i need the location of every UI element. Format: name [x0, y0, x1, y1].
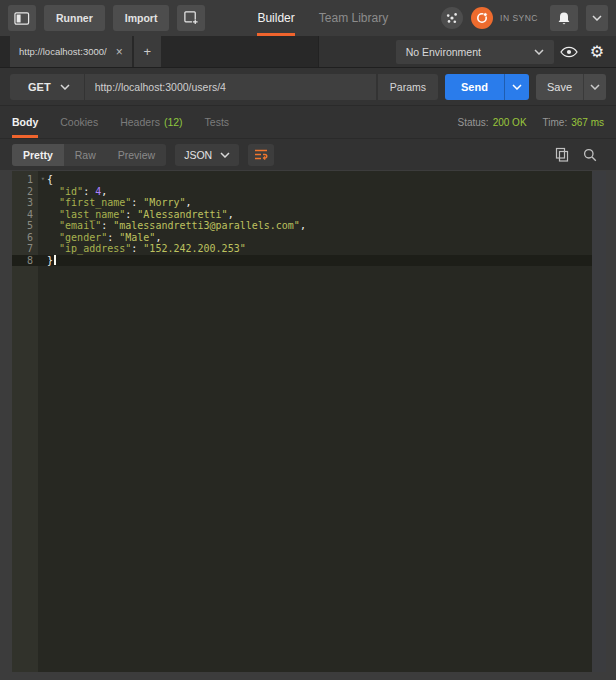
method-select[interactable]: GET: [10, 74, 85, 100]
status-value: 200 OK: [493, 117, 527, 128]
new-window-icon: [183, 10, 199, 26]
token-plain: [47, 232, 59, 243]
params-button[interactable]: Params: [378, 74, 438, 100]
token-plain: [47, 209, 59, 220]
environment-value: No Environment: [406, 46, 481, 58]
token-string: "Alessandretti": [137, 209, 227, 220]
send-options-button[interactable]: [504, 74, 529, 100]
line-number: 7: [12, 243, 38, 255]
url-group: GET Params: [10, 74, 438, 100]
sync-button[interactable]: [471, 7, 493, 29]
tab-tests[interactable]: Tests: [205, 106, 230, 138]
tab-builder[interactable]: Builder: [257, 0, 294, 36]
tab-body[interactable]: Body: [12, 106, 38, 138]
environment-preview-button[interactable]: [554, 40, 584, 64]
token-plain: ,: [186, 197, 192, 208]
token-plain: [47, 243, 59, 254]
token-plain: ,: [300, 220, 306, 231]
tab-cookies[interactable]: Cookies: [60, 106, 98, 138]
request-tab-title: http://localhost:3000/: [19, 46, 107, 57]
request-tab[interactable]: http://localhost:3000/ ×: [10, 36, 132, 67]
main-nav-tabs: Builder Team Library: [257, 0, 412, 36]
runner-button[interactable]: Runner: [44, 5, 105, 31]
code-line: "gender": "Male",: [38, 232, 592, 244]
send-button[interactable]: Send: [445, 74, 504, 100]
token-key: "ip_address": [59, 243, 131, 254]
line-number: 6: [12, 232, 38, 244]
header-bar: Runner Import Builder Team Library: [0, 0, 616, 36]
url-input[interactable]: [85, 74, 376, 100]
editor-code[interactable]: { "id": 4, "first_name": "Morry", "last_…: [38, 171, 592, 672]
token-plain: :: [107, 232, 119, 243]
token-string: "Male": [119, 232, 155, 243]
close-tab-icon[interactable]: ×: [116, 46, 123, 58]
tab-team-library[interactable]: Team Library: [319, 0, 388, 36]
token-string: "malessandretti3@parallels.com": [113, 220, 300, 231]
response-meta-row: Body Cookies Headers (12) Tests Status: …: [0, 105, 616, 138]
code-line: "id": 4,: [38, 186, 592, 198]
postman-app: Runner Import Builder Team Library: [0, 0, 616, 680]
code-line: "first_name": "Morry",: [38, 197, 592, 209]
request-builder-row: GET Params Send Save: [0, 68, 616, 105]
token-string: "Morry": [143, 197, 185, 208]
tab-headers[interactable]: Headers (12): [120, 106, 182, 138]
fold-toggle-icon[interactable]: ▾: [41, 174, 45, 186]
token-key: "first_name": [59, 197, 131, 208]
search-response-button[interactable]: [576, 144, 604, 166]
code-line: "email": "malessandretti3@parallels.com"…: [38, 220, 592, 232]
response-stats: Status: 200 OK Time: 367 ms: [458, 106, 605, 138]
import-button[interactable]: Import: [113, 5, 170, 31]
sync-status: IN SYNC: [500, 13, 538, 23]
save-button[interactable]: Save: [536, 74, 583, 100]
notifications-button[interactable]: [550, 5, 578, 31]
chevron-down-icon: [60, 84, 70, 90]
line-number: 5: [12, 220, 38, 232]
header-menu-button[interactable]: [586, 5, 608, 31]
save-options-button[interactable]: [583, 74, 606, 100]
json-editor[interactable]: 1▾2345678 { "id": 4, "first_name": "Morr…: [12, 171, 592, 672]
view-mode-group: Pretty Raw Preview: [12, 144, 166, 166]
editor-scrollbar[interactable]: [592, 171, 606, 672]
code-line: }: [38, 255, 592, 267]
sync-icon: [474, 10, 490, 26]
token-plain: ,: [101, 186, 107, 197]
send-split-button: Send: [445, 74, 529, 100]
token-plain: [47, 197, 59, 208]
wrap-lines-button[interactable]: [248, 144, 274, 166]
bell-icon: [557, 11, 571, 26]
wrap-lines-icon: [254, 148, 268, 161]
token-key: "id": [59, 186, 83, 197]
method-value: GET: [28, 81, 51, 93]
view-preview-button[interactable]: Preview: [107, 144, 166, 166]
save-split-button: Save: [536, 74, 606, 100]
search-icon: [583, 148, 597, 162]
view-raw-button[interactable]: Raw: [64, 144, 107, 166]
copy-response-button[interactable]: [548, 144, 576, 166]
header-right-controls: IN SYNC: [441, 5, 608, 31]
token-plain: [47, 220, 59, 231]
proxy-button[interactable]: [441, 7, 463, 29]
add-tab-button[interactable]: +: [134, 36, 161, 67]
headers-count-badge: (12): [164, 116, 183, 128]
request-tabs: http://localhost:3000/ × +: [0, 36, 318, 67]
line-number: 2: [12, 186, 38, 198]
new-window-button[interactable]: [177, 5, 205, 31]
view-pretty-button[interactable]: Pretty: [12, 144, 64, 166]
line-number: 8: [12, 255, 38, 267]
code-line: "last_name": "Alessandretti",: [38, 209, 592, 221]
code-line: "ip_address": "152.242.200.253": [38, 243, 592, 255]
chevron-down-icon: [590, 84, 600, 90]
token-plain: :: [101, 220, 113, 231]
chevron-down-icon: [512, 84, 522, 90]
settings-button[interactable]: ⚙: [584, 40, 610, 64]
line-number: 1▾: [12, 174, 38, 186]
token-plain: ,: [155, 232, 161, 243]
editor-gutter: 1▾2345678: [12, 171, 38, 672]
environment-area: No Environment ⚙: [318, 36, 616, 67]
copy-icon: [555, 147, 569, 162]
format-select[interactable]: JSON: [175, 144, 239, 166]
environment-select[interactable]: No Environment: [396, 40, 554, 64]
token-key: "email": [59, 220, 101, 231]
response-body-frame: 1▾2345678 { "id": 4, "first_name": "Morr…: [0, 170, 616, 680]
sidebar-toggle-button[interactable]: [8, 5, 36, 31]
